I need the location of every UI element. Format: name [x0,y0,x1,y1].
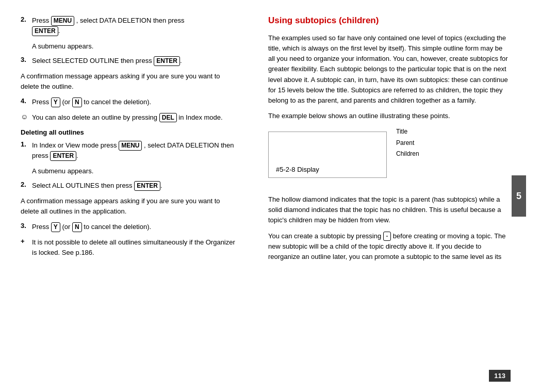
n-key-2: N [72,222,82,232]
step-3: 3. Select SELECTED OUTLINE then press EN… [21,56,237,66]
note-suffix: in Index mode. [178,113,222,121]
menu-key-2: MENU [119,141,142,151]
step4-prefix: Press [32,98,49,106]
right-para-2: The example below shows an outline illus… [268,111,511,121]
confirm-text-2: A confirmation message appears asking if… [21,196,237,217]
subtopic-key: · [383,232,391,241]
del-step-number-2: 2. [21,181,32,188]
note-content: You can also delete an outline by pressi… [32,112,237,123]
legend-parent: Parent [396,138,419,149]
submenu-text-2: A submenu appears. [32,166,237,176]
subheading-deleting: Deleting all outlines [21,128,237,136]
submenu-text-1: A submenu appears. [32,41,237,52]
del-step1-prefix: In Index or View mode press [32,141,117,149]
note-icon: ☺ [21,112,32,121]
enter-key-4: ENTER [134,181,160,191]
enter-key-1: ENTER [32,26,58,36]
page-number: 113 [489,370,511,382]
display-box: #5-2-8 Display [268,132,387,178]
legend-children: Children [396,149,419,160]
del-step-3: 3. Press Y (or N to cancel the deletion)… [21,222,237,232]
del-step2-text: Select ALL OUTLINES then press [32,182,133,189]
legend-labels: Title Parent Children [396,126,419,160]
legend-title: Title [396,126,419,138]
step-3-content: Select SELECTED OUTLINE then press ENTER… [32,56,237,66]
plus-note: + It is not possible to delete all outli… [21,237,237,257]
del-step3-suffix: to cancel the deletion). [84,223,151,231]
menu-key: MENU [51,16,74,26]
step-4: 4. Press Y (or N to cancel the deletion)… [21,97,237,107]
n-key-1: N [72,97,82,107]
legend-area: #5-2-8 Display Title Parent Children [268,126,511,186]
page-container: 2. Press MENU , select DATA DELETION the… [0,0,557,392]
step3-text: Select SELECTED OUTLINE then press [32,57,152,64]
left-column: 2. Press MENU , select DATA DELETION the… [0,0,253,392]
para4-prefix: You can create a subtopic by pressing [268,232,381,240]
confirm-text-1: A confirmation message appears asking if… [21,71,237,92]
del-step3-mid: (or [62,223,71,231]
y-key-2: Y [51,222,60,232]
right-para-1: The examples used so far have only conta… [268,33,511,106]
del-key: DEL [159,113,177,123]
step2-text: , select DATA DELETION then press [76,17,185,24]
del-step-1: 1. In Index or View mode press MENU , se… [21,140,237,161]
step4-suffix: to cancel the deletion). [84,98,151,106]
enter-key-2: ENTER [154,56,180,66]
del-step-2: 2. Select ALL OUTLINES then press ENTER. [21,181,237,191]
del-step-3-content: Press Y (or N to cancel the deletion). [32,222,237,232]
step-number-4: 4. [21,97,32,105]
section-title: Using subtopics (children) [268,15,511,26]
section-number: 5 [516,191,521,202]
step-number-3: 3. [21,56,32,63]
note-text: You can also delete an outline by pressi… [32,113,157,121]
right-para-4: You can create a subtopic by pressing · … [268,231,511,262]
plus-icon: + [21,237,32,245]
display-label: #5-2-8 Display [276,166,319,173]
del-step-number-1: 1. [21,140,32,148]
step-number-2: 2. [21,15,32,23]
right-column: Using subtopics (children) The examples … [253,0,526,392]
del-step3-prefix: Press [32,223,49,231]
right-para-3: The hollow diamond indicates that the to… [268,194,511,225]
step4-mid: (or [62,98,71,106]
y-key-1: Y [51,97,60,107]
step-2-content: Press MENU , select DATA DELETION then p… [32,15,237,36]
plus-content: It is not possible to delete all outline… [32,237,237,257]
note-step: ☺ You can also delete an outline by pres… [21,112,237,123]
step-4-content: Press Y (or N to cancel the deletion). [32,97,237,107]
del-step-2-content: Select ALL OUTLINES then press ENTER. [32,181,237,191]
enter-key-3: ENTER [50,151,76,161]
del-step-1-content: In Index or View mode press MENU , selec… [32,140,237,161]
step-2: 2. Press MENU , select DATA DELETION the… [21,15,237,36]
step2-prefix: Press [32,17,49,24]
section-tab: 5 [512,175,526,217]
del-step-number-3: 3. [21,222,32,230]
